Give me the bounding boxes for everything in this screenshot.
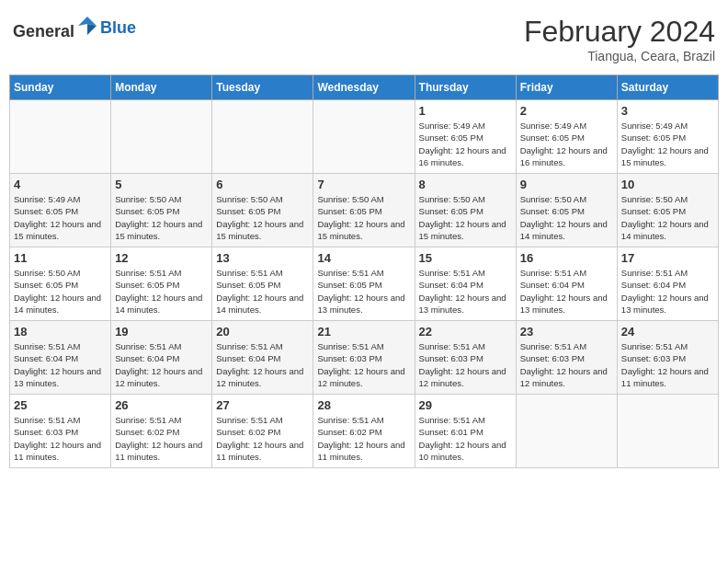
calendar-cell: 23Sunrise: 5:51 AM Sunset: 6:03 PM Dayli… bbox=[516, 321, 617, 395]
calendar-cell: 26Sunrise: 5:51 AM Sunset: 6:02 PM Dayli… bbox=[111, 395, 212, 468]
day-number: 7 bbox=[317, 178, 410, 191]
day-number: 3 bbox=[621, 104, 714, 118]
day-number: 12 bbox=[115, 251, 208, 265]
calendar-cell: 15Sunrise: 5:51 AM Sunset: 6:04 PM Dayli… bbox=[415, 247, 516, 321]
calendar-week-row: 18Sunrise: 5:51 AM Sunset: 6:04 PM Dayli… bbox=[10, 321, 719, 395]
day-number: 22 bbox=[419, 325, 512, 339]
day-info: Sunrise: 5:51 AM Sunset: 6:04 PM Dayligh… bbox=[520, 267, 613, 316]
calendar-cell: 25Sunrise: 5:51 AM Sunset: 6:03 PM Dayli… bbox=[10, 395, 111, 468]
calendar-week-row: 25Sunrise: 5:51 AM Sunset: 6:03 PM Dayli… bbox=[10, 395, 719, 468]
logo-icon bbox=[76, 15, 98, 37]
weekday-header-sunday: Sunday bbox=[10, 75, 111, 100]
calendar-cell: 6Sunrise: 5:50 AM Sunset: 6:05 PM Daylig… bbox=[212, 174, 313, 247]
day-number: 27 bbox=[216, 398, 309, 412]
day-number: 24 bbox=[621, 325, 714, 339]
calendar-cell: 22Sunrise: 5:51 AM Sunset: 6:03 PM Dayli… bbox=[415, 321, 516, 395]
day-number: 9 bbox=[520, 178, 613, 191]
calendar-cell bbox=[617, 395, 718, 468]
day-info: Sunrise: 5:50 AM Sunset: 6:05 PM Dayligh… bbox=[419, 193, 512, 242]
calendar-cell: 29Sunrise: 5:51 AM Sunset: 6:01 PM Dayli… bbox=[415, 395, 516, 468]
calendar-cell: 16Sunrise: 5:51 AM Sunset: 6:04 PM Dayli… bbox=[516, 247, 617, 321]
day-number: 20 bbox=[216, 325, 309, 339]
day-number: 17 bbox=[621, 251, 714, 265]
calendar-cell: 5Sunrise: 5:50 AM Sunset: 6:05 PM Daylig… bbox=[111, 174, 212, 247]
day-info: Sunrise: 5:50 AM Sunset: 6:05 PM Dayligh… bbox=[621, 193, 714, 242]
calendar-cell: 3Sunrise: 5:49 AM Sunset: 6:05 PM Daylig… bbox=[617, 100, 718, 174]
day-info: Sunrise: 5:50 AM Sunset: 6:05 PM Dayligh… bbox=[216, 193, 309, 242]
day-info: Sunrise: 5:51 AM Sunset: 6:02 PM Dayligh… bbox=[115, 414, 208, 463]
weekday-header-friday: Friday bbox=[516, 75, 617, 100]
calendar-cell bbox=[516, 395, 617, 468]
weekday-header-thursday: Thursday bbox=[415, 75, 516, 100]
weekday-header-tuesday: Tuesday bbox=[212, 75, 313, 100]
day-number: 6 bbox=[216, 178, 309, 191]
calendar-cell: 13Sunrise: 5:51 AM Sunset: 6:05 PM Dayli… bbox=[212, 247, 313, 321]
day-number: 19 bbox=[115, 325, 208, 339]
calendar-cell: 2Sunrise: 5:49 AM Sunset: 6:05 PM Daylig… bbox=[516, 100, 617, 174]
calendar-week-row: 11Sunrise: 5:50 AM Sunset: 6:05 PM Dayli… bbox=[10, 247, 719, 321]
day-info: Sunrise: 5:51 AM Sunset: 6:04 PM Dayligh… bbox=[115, 340, 208, 389]
calendar-cell: 1Sunrise: 5:49 AM Sunset: 6:05 PM Daylig… bbox=[415, 100, 516, 174]
day-info: Sunrise: 5:50 AM Sunset: 6:05 PM Dayligh… bbox=[14, 267, 107, 316]
calendar-week-row: 1Sunrise: 5:49 AM Sunset: 6:05 PM Daylig… bbox=[10, 100, 719, 174]
day-info: Sunrise: 5:51 AM Sunset: 6:03 PM Dayligh… bbox=[621, 340, 714, 389]
day-info: Sunrise: 5:51 AM Sunset: 6:05 PM Dayligh… bbox=[115, 267, 208, 316]
calendar-cell bbox=[111, 100, 212, 174]
calendar-cell: 14Sunrise: 5:51 AM Sunset: 6:05 PM Dayli… bbox=[313, 247, 415, 321]
day-number: 11 bbox=[14, 251, 107, 265]
calendar-cell bbox=[313, 100, 415, 174]
day-number: 13 bbox=[216, 251, 309, 265]
day-info: Sunrise: 5:49 AM Sunset: 6:05 PM Dayligh… bbox=[419, 120, 512, 168]
calendar-cell: 17Sunrise: 5:51 AM Sunset: 6:04 PM Dayli… bbox=[617, 247, 718, 321]
day-number: 5 bbox=[115, 178, 208, 191]
day-number: 16 bbox=[520, 251, 613, 265]
day-number: 29 bbox=[419, 398, 512, 412]
calendar-cell: 8Sunrise: 5:50 AM Sunset: 6:05 PM Daylig… bbox=[415, 174, 516, 247]
day-info: Sunrise: 5:51 AM Sunset: 6:03 PM Dayligh… bbox=[419, 340, 512, 389]
calendar-cell: 9Sunrise: 5:50 AM Sunset: 6:05 PM Daylig… bbox=[516, 174, 617, 247]
day-number: 15 bbox=[419, 251, 512, 265]
calendar-week-row: 4Sunrise: 5:49 AM Sunset: 6:05 PM Daylig… bbox=[10, 174, 719, 247]
calendar-cell: 24Sunrise: 5:51 AM Sunset: 6:03 PM Dayli… bbox=[617, 321, 718, 395]
page-header: General Blue February 2024 Tiangua, Cear… bbox=[9, 9, 719, 69]
day-number: 4 bbox=[14, 178, 107, 191]
day-number: 26 bbox=[115, 398, 208, 412]
day-number: 25 bbox=[14, 398, 107, 412]
day-info: Sunrise: 5:51 AM Sunset: 6:03 PM Dayligh… bbox=[520, 340, 613, 389]
calendar-cell: 4Sunrise: 5:49 AM Sunset: 6:05 PM Daylig… bbox=[10, 174, 111, 247]
day-info: Sunrise: 5:51 AM Sunset: 6:01 PM Dayligh… bbox=[419, 414, 512, 463]
day-info: Sunrise: 5:51 AM Sunset: 6:04 PM Dayligh… bbox=[216, 340, 309, 389]
logo-general: General bbox=[13, 22, 74, 40]
day-number: 28 bbox=[317, 398, 410, 412]
calendar-cell: 10Sunrise: 5:50 AM Sunset: 6:05 PM Dayli… bbox=[617, 174, 718, 247]
logo: General Blue bbox=[13, 15, 136, 41]
calendar-cell: 27Sunrise: 5:51 AM Sunset: 6:02 PM Dayli… bbox=[212, 395, 313, 468]
day-info: Sunrise: 5:51 AM Sunset: 6:03 PM Dayligh… bbox=[317, 340, 410, 389]
day-number: 18 bbox=[14, 325, 107, 339]
day-number: 1 bbox=[419, 104, 512, 118]
title-area: February 2024 Tiangua, Ceara, Brazil bbox=[524, 15, 715, 63]
day-number: 14 bbox=[317, 251, 410, 265]
calendar-cell: 12Sunrise: 5:51 AM Sunset: 6:05 PM Dayli… bbox=[111, 247, 212, 321]
calendar-cell: 11Sunrise: 5:50 AM Sunset: 6:05 PM Dayli… bbox=[10, 247, 111, 321]
day-number: 21 bbox=[317, 325, 410, 339]
day-info: Sunrise: 5:51 AM Sunset: 6:05 PM Dayligh… bbox=[317, 267, 410, 316]
day-info: Sunrise: 5:50 AM Sunset: 6:05 PM Dayligh… bbox=[317, 193, 410, 242]
calendar-cell: 20Sunrise: 5:51 AM Sunset: 6:04 PM Dayli… bbox=[212, 321, 313, 395]
weekday-header-row: SundayMondayTuesdayWednesdayThursdayFrid… bbox=[10, 75, 719, 100]
day-info: Sunrise: 5:49 AM Sunset: 6:05 PM Dayligh… bbox=[14, 193, 107, 242]
day-info: Sunrise: 5:50 AM Sunset: 6:05 PM Dayligh… bbox=[115, 193, 208, 242]
day-info: Sunrise: 5:51 AM Sunset: 6:02 PM Dayligh… bbox=[216, 414, 309, 463]
day-info: Sunrise: 5:50 AM Sunset: 6:05 PM Dayligh… bbox=[520, 193, 613, 242]
calendar-cell: 7Sunrise: 5:50 AM Sunset: 6:05 PM Daylig… bbox=[313, 174, 415, 247]
calendar-cell: 18Sunrise: 5:51 AM Sunset: 6:04 PM Dayli… bbox=[10, 321, 111, 395]
calendar-cell bbox=[10, 100, 111, 174]
day-info: Sunrise: 5:49 AM Sunset: 6:05 PM Dayligh… bbox=[621, 120, 714, 168]
day-number: 8 bbox=[419, 178, 512, 191]
calendar-cell: 21Sunrise: 5:51 AM Sunset: 6:03 PM Dayli… bbox=[313, 321, 415, 395]
day-info: Sunrise: 5:51 AM Sunset: 6:05 PM Dayligh… bbox=[216, 267, 309, 316]
weekday-header-wednesday: Wednesday bbox=[313, 75, 415, 100]
day-info: Sunrise: 5:51 AM Sunset: 6:04 PM Dayligh… bbox=[14, 340, 107, 389]
calendar-subtitle: Tiangua, Ceara, Brazil bbox=[524, 49, 715, 63]
weekday-header-saturday: Saturday bbox=[617, 75, 718, 100]
